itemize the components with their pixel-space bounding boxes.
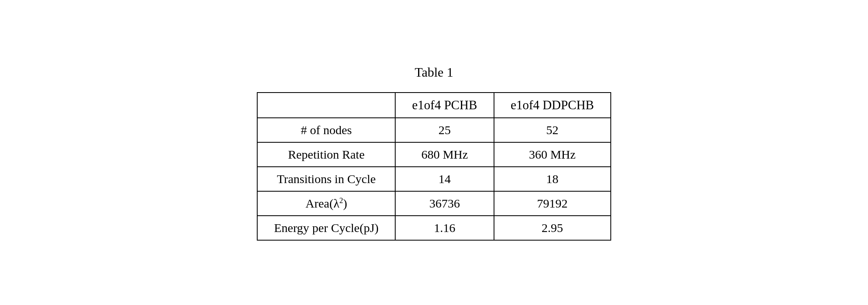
table-title: Table 1 <box>415 65 454 80</box>
table-row: Energy per Cycle(pJ) 1.16 2.95 <box>257 216 610 240</box>
header-ddpchb: e1of4 DDPCHB <box>494 93 611 118</box>
table-row: Area(λ2) 36736 79192 <box>257 191 610 216</box>
row-col2-area: 79192 <box>494 191 611 216</box>
row-col1-energy: 1.16 <box>395 216 494 240</box>
row-col1-area: 36736 <box>395 191 494 216</box>
row-label-energy: Energy per Cycle(pJ) <box>257 216 395 240</box>
row-col1-transitions: 14 <box>395 167 494 191</box>
table-header-row: e1of4 PCHB e1of4 DDPCHB <box>257 93 610 118</box>
row-col2-nodes: 52 <box>494 118 611 142</box>
table-row: Transitions in Cycle 14 18 <box>257 167 610 191</box>
row-col2-transitions: 18 <box>494 167 611 191</box>
header-pchb: e1of4 PCHB <box>395 93 494 118</box>
row-col2-energy: 2.95 <box>494 216 611 240</box>
row-label-transitions: Transitions in Cycle <box>257 167 395 191</box>
row-col2-reprate: 360 MHz <box>494 142 611 167</box>
page-container: Table 1 e1of4 PCHB e1of4 DDPCHB # of nod… <box>0 57 868 249</box>
row-label-nodes: # of nodes <box>257 118 395 142</box>
row-label-area: Area(λ2) <box>257 191 395 216</box>
row-col1-reprate: 680 MHz <box>395 142 494 167</box>
data-table: e1of4 PCHB e1of4 DDPCHB # of nodes 25 52… <box>257 92 611 241</box>
header-empty <box>257 93 395 118</box>
row-label-reprate: Repetition Rate <box>257 142 395 167</box>
table-row: # of nodes 25 52 <box>257 118 610 142</box>
row-col1-nodes: 25 <box>395 118 494 142</box>
table-row: Repetition Rate 680 MHz 360 MHz <box>257 142 610 167</box>
